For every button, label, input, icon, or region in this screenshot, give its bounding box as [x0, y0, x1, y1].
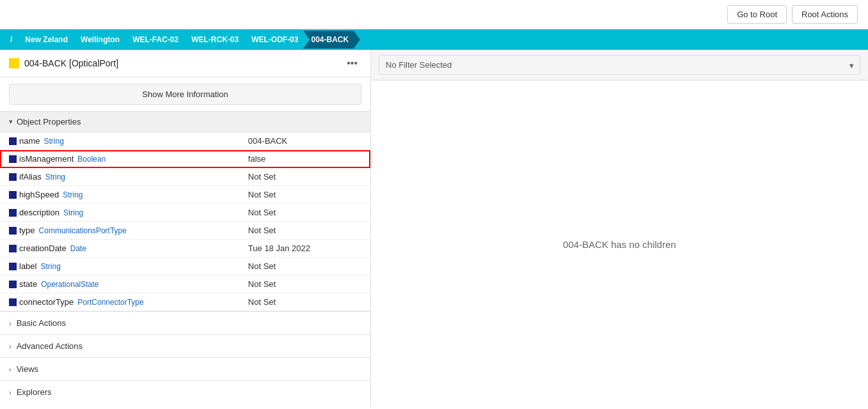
explorers-header[interactable]: › Explorers [0, 381, 370, 403]
prop-type: Boolean [77, 155, 106, 164]
basic-actions-label: Basic Actions [17, 318, 66, 328]
prop-type: OperationalState [41, 280, 99, 289]
breadcrumb-item-wellington[interactable]: Wellington [73, 31, 125, 49]
breadcrumb-item-root[interactable]: / [5, 31, 17, 49]
breadcrumb-item-new-zeland[interactable]: New Zeland [17, 31, 73, 49]
prop-name: description [19, 208, 59, 217]
prop-type: String [44, 137, 64, 146]
table-row: typeCommunicationsPortTypeNot Set [0, 222, 370, 240]
prop-icon [9, 227, 17, 235]
prop-name: name [19, 136, 40, 146]
breadcrumb-item-wel-odf-03[interactable]: WEL-ODF-03 [244, 31, 303, 49]
filter-select[interactable]: No Filter Selected [379, 55, 860, 75]
object-properties-chevron: ▾ [9, 118, 13, 126]
prop-type: String [40, 262, 60, 271]
no-children-text: 004-BACK has no children [563, 239, 676, 250]
breadcrumb-item-wel-fac-02[interactable]: WEL-FAC-02 [125, 31, 184, 49]
views-label: Views [17, 364, 38, 374]
properties-table: nameString004-BACKisManagementBooleanfal… [0, 132, 370, 311]
main-layout: 004-BACK [OpticalPort] ••• Show More Inf… [0, 50, 868, 408]
object-menu-button[interactable]: ••• [343, 56, 361, 70]
prop-value: Not Set [239, 168, 370, 186]
prop-value: Not Set [239, 186, 370, 204]
explorers-label: Explorers [17, 387, 52, 397]
prop-name: label [19, 261, 36, 271]
prop-icon [9, 155, 17, 163]
no-children-message: 004-BACK has no children [371, 81, 868, 408]
prop-icon [9, 298, 17, 306]
prop-name: connectorType [19, 297, 74, 307]
table-row: isManagementBooleanfalse [0, 150, 370, 168]
object-properties-label: Object Properties [17, 117, 81, 127]
filter-bar: No Filter Selected ▾ [371, 50, 868, 81]
table-row: nameString004-BACK [0, 132, 370, 150]
prop-name: isManagement [19, 154, 74, 164]
prop-icon [9, 263, 17, 270]
table-row: connectorTypePortConnectorTypeNot Set [0, 293, 370, 311]
basic-actions-chevron: › [9, 320, 12, 327]
prop-value: Not Set [239, 258, 370, 275]
prop-type: String [63, 190, 83, 199]
prop-icon [9, 173, 17, 181]
prop-value: false [239, 150, 370, 168]
left-panel: 004-BACK [OpticalPort] ••• Show More Inf… [0, 50, 371, 408]
table-row: ifAliasStringNot Set [0, 168, 370, 186]
top-bar: Go to Root Root Actions [0, 0, 868, 29]
prop-icon [9, 191, 17, 199]
explorers-chevron: › [9, 389, 12, 396]
object-color-icon [9, 58, 19, 68]
table-row: highSpeedStringNot Set [0, 186, 370, 204]
right-panel: No Filter Selected ▾ 004-BACK has no chi… [371, 50, 868, 408]
prop-icon [9, 245, 17, 252]
object-header: 004-BACK [OpticalPort] ••• [0, 50, 370, 77]
breadcrumb: / New Zeland Wellington WEL-FAC-02 WEL-R… [0, 29, 868, 50]
prop-icon [9, 281, 17, 288]
advanced-actions-header[interactable]: › Advanced Actions [0, 335, 370, 357]
views-chevron: › [9, 366, 12, 373]
prop-icon [9, 137, 17, 145]
prop-icon [9, 209, 17, 217]
prop-name: ifAlias [19, 172, 42, 181]
basic-actions-section: › Basic Actions [0, 311, 370, 334]
basic-actions-header[interactable]: › Basic Actions [0, 312, 370, 334]
breadcrumb-item-004-back[interactable]: 004-BACK [303, 31, 354, 49]
table-row: creationDateDateTue 18 Jan 2022 [0, 240, 370, 258]
prop-value: Not Set [239, 204, 370, 222]
prop-value: Tue 18 Jan 2022 [239, 240, 370, 258]
table-row: labelStringNot Set [0, 258, 370, 275]
show-more-button[interactable]: Show More Information [9, 84, 361, 105]
breadcrumb-item-wel-rck-03[interactable]: WEL-RCK-03 [184, 31, 244, 49]
advanced-actions-label: Advanced Actions [17, 341, 83, 351]
prop-name: state [19, 279, 37, 289]
prop-type: String [45, 173, 65, 181]
root-actions-button[interactable]: Root Actions [792, 5, 858, 24]
explorers-section: › Explorers [0, 380, 370, 403]
prop-name: type [19, 226, 35, 235]
prop-type: PortConnectorType [77, 298, 143, 307]
prop-name: highSpeed [19, 190, 59, 199]
table-row: descriptionStringNot Set [0, 204, 370, 222]
advanced-actions-chevron: › [9, 343, 12, 350]
prop-type: Date [70, 244, 86, 253]
prop-value: Not Set [239, 293, 370, 311]
filter-select-wrapper: No Filter Selected ▾ [379, 55, 860, 75]
views-header[interactable]: › Views [0, 358, 370, 380]
prop-value: 004-BACK [239, 132, 370, 150]
prop-value: Not Set [239, 275, 370, 293]
prop-name: creationDate [19, 243, 67, 253]
goto-root-button[interactable]: Go to Root [727, 5, 787, 24]
views-section: › Views [0, 357, 370, 380]
table-row: stateOperationalStateNot Set [0, 275, 370, 293]
prop-type: CommunicationsPortType [39, 226, 127, 235]
advanced-actions-section: › Advanced Actions [0, 334, 370, 357]
prop-type: String [63, 208, 83, 217]
object-properties-section-header[interactable]: ▾ Object Properties [0, 111, 370, 132]
prop-value: Not Set [239, 222, 370, 240]
object-title: 004-BACK [OpticalPort] [24, 58, 338, 68]
